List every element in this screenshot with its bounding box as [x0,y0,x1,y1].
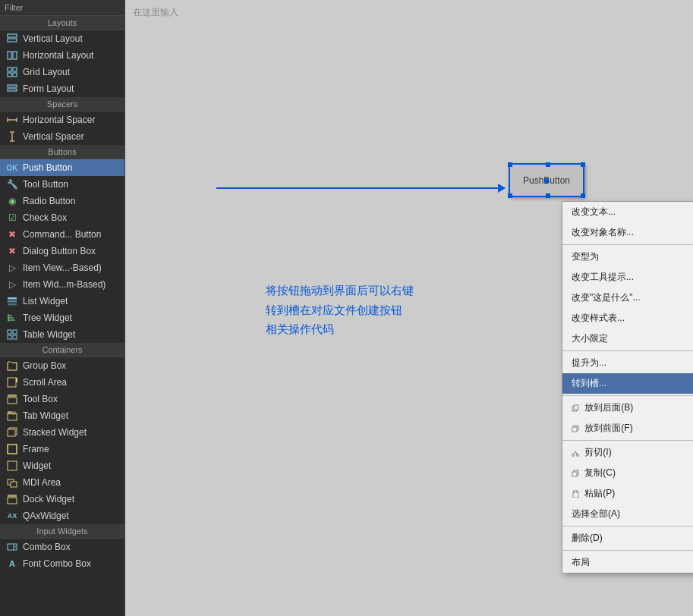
svg-rect-9 [8,89,17,91]
sidebar-item-tree-widget[interactable]: Tree Widget [0,310,124,326]
sidebar-item-font-combo-box[interactable]: A Font Combo Box [0,555,124,572]
sidebar-item-item-view[interactable]: ▷ Item View...-Based) [0,259,124,276]
svg-rect-7 [13,73,17,77]
menu-item-layout[interactable]: 布局 [562,552,693,573]
menu-separator-3 [562,395,693,396]
sidebar-item-check-box[interactable]: ☑ Check Box [0,209,124,226]
scroll-area-label: Scroll Area [23,377,67,388]
svg-rect-4 [8,68,11,71]
sidebar-item-widget[interactable]: Widget [0,457,124,474]
sidebar-item-horizontal-layout[interactable]: Horizontal Layout [0,47,124,64]
push-button-icon: OK [6,162,18,174]
description-text: 将按钮拖动到界面后可以右键 转到槽在对应文件创建按钮 相关操作代码 [266,281,414,339]
menu-item-size-constraint[interactable]: 大小限定 [562,328,693,349]
sidebar-item-item-widget[interactable]: ▷ Item Wid...m-Based) [0,276,124,293]
sidebar-item-vertical-spacer[interactable]: Vertical Spacer [0,128,124,145]
sidebar-item-tool-box[interactable]: Tool Box [0,391,124,407]
menu-item-promote[interactable]: 提升为... [562,353,693,373]
svg-rect-43 [8,495,17,497]
context-menu: 改变文本... 改变对象名称... 变型为 改变工具提示... 改变"这是什么"… [562,201,693,574]
item-view-label: Item View...-Based) [23,262,102,273]
menu-item-goto-slot[interactable]: 转到槽... [562,373,693,394]
svg-rect-31 [16,378,17,382]
font-combo-box-icon: A [6,558,18,570]
widget-label: Widget [23,460,51,471]
menu-item-paste[interactable]: 粘贴(P) Ctrl+V [562,483,693,504]
table-widget-icon [6,328,18,341]
handle-tm [546,162,550,167]
sidebar-item-scroll-area[interactable]: Scroll Area [0,374,124,391]
svg-rect-57 [572,472,577,476]
menu-item-bring-to-front[interactable]: 放到前面(F) [562,418,693,438]
vertical-spacer-icon [6,130,18,143]
sidebar-item-push-button[interactable]: OK Push Button [0,159,124,176]
group-box-icon [6,360,18,372]
sidebar-item-list-widget[interactable]: List Widget [0,293,124,310]
tab-widget-label: Tab Widget [23,410,68,421]
menu-item-select-all[interactable]: 选择全部(A) Ctrl+A [562,504,693,524]
combo-box-icon [6,541,18,553]
sidebar-item-radio-button[interactable]: ◉ Radio Button [0,193,124,209]
sidebar: Filter Layouts Vertical Layout Horizonta… [0,0,125,616]
tree-widget-label: Tree Widget [23,313,72,323]
sidebar-item-tool-button[interactable]: 🔧 Tool Button [0,176,124,193]
menu-item-copy[interactable]: 复制(C) Ctrl+C [562,463,693,483]
arrow-pointer [216,187,505,189]
sidebar-item-tab-widget[interactable]: Tab Widget [0,407,124,424]
svg-rect-8 [8,85,17,87]
menu-item-change-stylesheet[interactable]: 改变样式表... [562,308,693,328]
desc-line1: 将按钮拖动到界面后可以右键 [266,281,414,300]
menu-separator-6 [562,550,693,551]
radio-button-icon: ◉ [6,195,18,207]
combo-box-label: Combo Box [23,542,71,552]
containers-section-header: Containers [0,343,124,357]
canvas-push-button[interactable]: PushButton [509,163,584,197]
svg-marker-47 [14,546,16,548]
sidebar-item-stacked-widget[interactable]: Stacked Widget [0,424,124,441]
sidebar-item-dock-widget[interactable]: Dock Widget [0,491,124,508]
sidebar-item-form-layout[interactable]: Form Layout [0,80,124,97]
sidebar-item-grid-layout[interactable]: Grid Layout [0,64,124,80]
vertical-layout-icon [6,33,18,45]
frame-icon [6,443,18,455]
menu-item-delete[interactable]: 删除(D) [562,528,693,548]
horizontal-layout-icon [6,49,18,61]
sidebar-item-command-button[interactable]: ✖ Command... Button [0,226,124,243]
sidebar-item-frame[interactable]: Frame [0,441,124,457]
menu-item-change-tooltip[interactable]: 改变工具提示... [562,267,693,288]
menu-item-cut[interactable]: 剪切(I) Ctrl+X [562,442,693,463]
menu-item-send-to-back[interactable]: 放到后面(B) [562,398,693,418]
item-view-icon: ▷ [6,262,18,274]
frame-label: Frame [23,444,49,454]
tool-box-icon [6,393,18,405]
menu-item-change-text[interactable]: 改变文本... [562,202,693,222]
vertical-layout-label: Vertical Layout [23,33,83,44]
sidebar-item-vertical-layout[interactable]: Vertical Layout [0,30,124,47]
item-widget-label: Item Wid...m-Based) [23,279,106,290]
sidebar-item-table-widget[interactable]: Table Widget [0,326,124,343]
tool-box-label: Tool Box [23,394,58,404]
handle-tl [508,162,512,167]
sidebar-item-combo-box[interactable]: Combo Box [0,539,124,555]
dialog-button-icon: ✖ [6,245,18,257]
menu-item-change-whatsthis[interactable]: 改变"这是什么"... [562,288,693,308]
main-canvas: 在这里输入 PushButton 将按钮拖动到界面后可以右键 转到槽在对应文件创… [125,0,693,616]
font-combo-box-label: Font Combo Box [23,558,91,569]
sidebar-item-horizontal-spacer[interactable]: Horizontal Spacer [0,112,124,128]
desc-line2: 转到槽在对应文件创建按钮 [266,300,414,320]
svg-rect-38 [8,429,15,436]
sidebar-item-dialog-button-box[interactable]: ✖ Dialog Button Box [0,243,124,259]
sidebar-item-group-box[interactable]: Group Box [0,357,124,374]
command-button-label: Command... Button [23,229,101,240]
menu-item-morph[interactable]: 变型为 [562,247,693,267]
menu-item-change-object-name[interactable]: 改变对象名称... [562,222,693,243]
dock-widget-icon [6,493,18,505]
svg-rect-25 [8,335,11,339]
svg-rect-33 [8,398,17,404]
tool-button-label: Tool Button [23,179,68,190]
filter-label: Filter [5,3,23,12]
sidebar-item-qax-widget[interactable]: AX QAxWidget [0,508,124,524]
horizontal-layout-label: Horizontal Layout [23,50,93,61]
sidebar-item-mdi-area[interactable]: MDI Area [0,474,124,491]
svg-rect-39 [8,445,17,454]
